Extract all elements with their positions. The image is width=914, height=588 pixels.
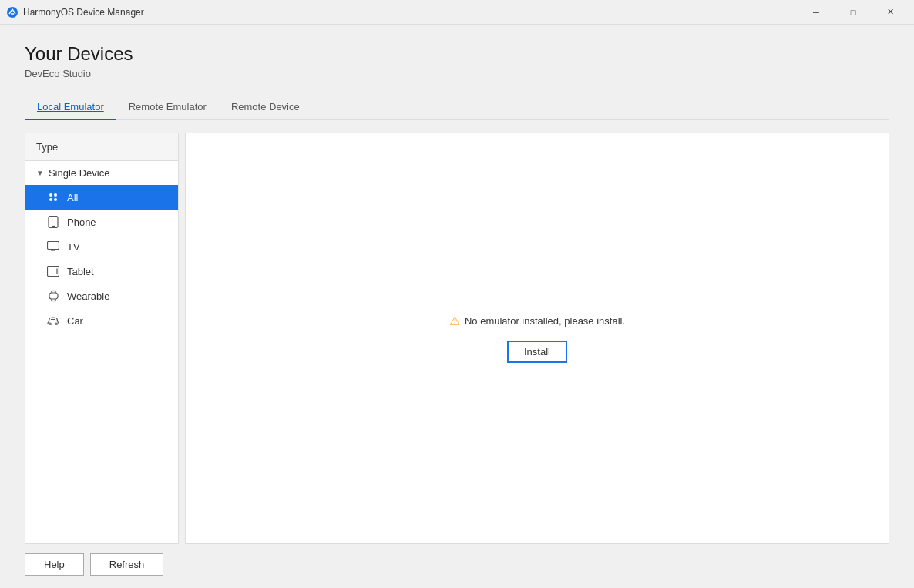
window-controls: ─ □ ✕ <box>798 0 908 25</box>
help-button[interactable]: Help <box>25 553 84 576</box>
sidebar-group-single-device[interactable]: ▼ Single Device <box>25 161 178 185</box>
chevron-down-icon: ▼ <box>36 169 44 177</box>
tablet-icon <box>47 265 59 277</box>
no-emulator-label: No emulator installed, please install. <box>465 315 625 327</box>
content-area: Type ▼ Single Device All <box>25 133 889 544</box>
svg-point-4 <box>54 198 57 201</box>
tab-local-emulator[interactable]: Local Emulator <box>25 95 116 120</box>
refresh-button[interactable]: Refresh <box>90 553 164 576</box>
sidebar-item-tv-label: TV <box>67 241 80 253</box>
bottom-bar: Help Refresh <box>25 544 889 576</box>
sidebar-item-phone-label: Phone <box>67 217 96 228</box>
main-content: Your Devices DevEco Studio Local Emulato… <box>0 25 914 588</box>
sidebar-item-wearable-label: Wearable <box>67 291 109 302</box>
sidebar-item-phone[interactable]: Phone <box>25 210 178 234</box>
svg-point-1 <box>49 193 52 197</box>
svg-rect-7 <box>48 242 59 250</box>
sidebar-item-all-label: All <box>67 192 78 203</box>
titlebar: HarmonyOS Device Manager ─ □ ✕ <box>0 0 914 25</box>
watch-icon <box>47 290 59 302</box>
svg-point-3 <box>49 198 52 201</box>
tab-remote-emulator[interactable]: Remote Emulator <box>116 95 219 120</box>
tv-icon <box>47 240 59 253</box>
app-logo <box>6 6 18 18</box>
sidebar-group-label: Single Device <box>49 167 110 179</box>
app-title: HarmonyOS Device Manager <box>23 7 798 18</box>
car-icon <box>47 314 59 327</box>
phone-icon <box>47 216 59 228</box>
grid-icon <box>47 191 59 203</box>
no-emulator-message: ⚠ No emulator installed, please install.… <box>449 314 625 363</box>
sidebar-item-tv[interactable]: TV <box>25 234 178 259</box>
close-button[interactable]: ✕ <box>872 0 908 25</box>
warning-text: ⚠ No emulator installed, please install. <box>449 314 625 328</box>
svg-rect-12 <box>49 293 58 299</box>
sidebar: Type ▼ Single Device All <box>25 133 179 544</box>
tab-remote-device[interactable]: Remote Device <box>219 95 312 120</box>
sidebar-item-wearable[interactable]: Wearable <box>25 284 178 308</box>
maximize-button[interactable]: □ <box>835 0 871 25</box>
minimize-button[interactable]: ─ <box>798 0 834 25</box>
sidebar-item-tablet[interactable]: Tablet <box>25 259 178 284</box>
sidebar-header: Type <box>25 133 178 161</box>
install-button[interactable]: Install <box>507 341 567 363</box>
sidebar-item-car[interactable]: Car <box>25 308 178 333</box>
main-panel: ⚠ No emulator installed, please install.… <box>185 133 889 544</box>
warning-icon: ⚠ <box>449 314 460 328</box>
page-title: Your Devices <box>25 43 889 65</box>
tab-bar: Local Emulator Remote Emulator Remote De… <box>25 95 889 120</box>
sidebar-item-car-label: Car <box>67 315 83 327</box>
svg-point-2 <box>54 193 57 197</box>
page-subtitle: DevEco Studio <box>25 68 889 79</box>
sidebar-item-all[interactable]: All <box>25 185 178 210</box>
sidebar-item-tablet-label: Tablet <box>67 266 94 277</box>
